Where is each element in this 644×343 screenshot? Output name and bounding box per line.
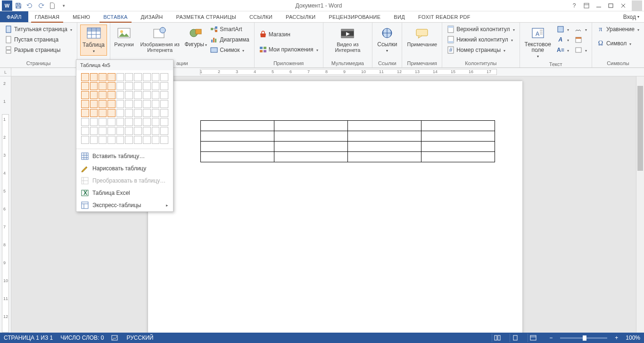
grid-cell[interactable] (90, 127, 98, 135)
insert-table-item[interactable]: Вставить таблицу… (76, 150, 173, 162)
grid-cell[interactable] (143, 100, 151, 108)
grid-cell[interactable] (81, 118, 89, 126)
signin-link[interactable]: Вход ▾ (619, 11, 644, 22)
page[interactable] (148, 81, 522, 333)
grid-cell[interactable] (152, 100, 160, 108)
help-icon[interactable]: ? (569, 0, 580, 11)
table-cell[interactable] (421, 152, 495, 162)
grid-cell[interactable] (160, 91, 168, 99)
table-cell[interactable] (421, 131, 495, 142)
grid-cell[interactable] (81, 73, 89, 81)
grid-cell[interactable] (107, 109, 116, 117)
grid-cell[interactable] (99, 118, 107, 126)
quick-parts-button[interactable] (555, 25, 571, 34)
grid-cell[interactable] (99, 91, 107, 99)
wordart-button[interactable]: A (555, 35, 571, 44)
grid-cell[interactable] (81, 127, 89, 135)
zoom-slider[interactable] (560, 337, 607, 339)
tab-рассылки[interactable]: РАССЫЛКИ (279, 11, 322, 22)
grid-cell[interactable] (125, 109, 133, 117)
tab-file[interactable]: ФАЙЛ (0, 11, 28, 22)
grid-cell[interactable] (152, 136, 160, 144)
table-cell[interactable] (274, 142, 348, 152)
grid-cell[interactable] (152, 109, 160, 117)
tab-вставка[interactable]: ВСТАВКА (97, 11, 134, 22)
table-cell[interactable] (201, 131, 274, 142)
status-words[interactable]: ЧИСЛО СЛОВ: 0 (60, 335, 104, 341)
tab-ссылки[interactable]: ССЫЛКИ (243, 11, 279, 22)
datetime-button[interactable] (573, 35, 589, 44)
grid-cell[interactable] (107, 100, 116, 108)
grid-cell[interactable] (134, 82, 142, 90)
grid-cell[interactable] (160, 118, 168, 126)
table-cell[interactable] (201, 121, 274, 131)
tab-дизайн[interactable]: ДИЗАЙН (134, 11, 170, 22)
grid-cell[interactable] (116, 73, 124, 81)
grid-cell[interactable] (107, 118, 116, 126)
footer-button[interactable]: Нижний колонтитул (445, 35, 516, 44)
vertical-scrollbar[interactable] (636, 76, 644, 333)
grid-cell[interactable] (116, 118, 124, 126)
pictures-button[interactable]: Рисунки (113, 25, 135, 48)
tab-главная[interactable]: ГЛАВНАЯ (28, 11, 66, 22)
excel-table-item[interactable]: XТаблица Excel (76, 187, 173, 199)
grid-cell[interactable] (134, 127, 142, 135)
grid-cell[interactable] (99, 73, 107, 81)
page-break-button[interactable]: Разрыв страницы (3, 45, 74, 55)
table-cell[interactable] (348, 142, 421, 152)
grid-cell[interactable] (116, 82, 124, 90)
grid-cell[interactable] (99, 127, 107, 135)
grid-cell[interactable] (90, 100, 98, 108)
table-cell[interactable] (274, 131, 348, 142)
table-cell[interactable] (274, 152, 348, 162)
tab-разметка-страницы[interactable]: РАЗМЕТКА СТРАНИЦЫ (170, 11, 243, 22)
signature-button[interactable] (573, 25, 589, 34)
table-cell[interactable] (201, 142, 274, 152)
table-cell[interactable] (421, 121, 495, 131)
maximize-icon[interactable] (605, 0, 617, 11)
table-cell[interactable] (201, 152, 274, 162)
grid-cell[interactable] (134, 100, 142, 108)
grid-cell[interactable] (107, 136, 116, 144)
grid-cell[interactable] (90, 73, 98, 81)
grid-cell[interactable] (152, 91, 160, 99)
grid-cell[interactable] (143, 91, 151, 99)
chart-button[interactable]: Диаграмма (208, 35, 251, 44)
grid-cell[interactable] (143, 82, 151, 90)
grid-cell[interactable] (81, 91, 89, 99)
minimize-icon[interactable] (593, 0, 604, 11)
grid-cell[interactable] (116, 109, 124, 117)
grid-cell[interactable] (107, 127, 116, 135)
grid-cell[interactable] (143, 127, 151, 135)
table-cell[interactable] (348, 152, 421, 162)
grid-cell[interactable] (99, 100, 107, 108)
cover-page-button[interactable]: Титульная страница (3, 25, 74, 34)
view-web-icon[interactable] (528, 334, 538, 342)
table-grid-picker[interactable] (76, 70, 173, 148)
grid-cell[interactable] (107, 91, 116, 99)
grid-cell[interactable] (116, 91, 124, 99)
object-button[interactable] (573, 45, 589, 55)
grid-cell[interactable] (81, 136, 89, 144)
table-button[interactable]: Таблица▾ (80, 25, 107, 56)
online-pictures-button[interactable]: Изображения из Интернета (137, 25, 183, 54)
grid-cell[interactable] (81, 100, 89, 108)
grid-cell[interactable] (116, 100, 124, 108)
grid-cell[interactable] (90, 109, 98, 117)
tab-foxit-reader-pdf[interactable]: Foxit Reader PDF (412, 11, 477, 22)
page-number-button[interactable]: #Номер страницы (445, 45, 516, 55)
my-apps-button[interactable]: Мои приложения (257, 45, 320, 54)
grid-cell[interactable] (116, 127, 124, 135)
undo-icon[interactable] (25, 0, 35, 11)
status-language[interactable]: РУССКИЙ (126, 335, 153, 341)
new-doc-icon[interactable] (47, 0, 58, 11)
grid-cell[interactable] (160, 100, 168, 108)
grid-cell[interactable] (99, 109, 107, 117)
save-icon[interactable] (13, 0, 24, 11)
table-cell[interactable] (421, 142, 495, 152)
grid-cell[interactable] (152, 127, 160, 135)
tab-меню[interactable]: Меню (66, 11, 97, 22)
grid-cell[interactable] (116, 136, 124, 144)
comment-button[interactable]: Примечание (405, 25, 439, 48)
grid-cell[interactable] (125, 91, 133, 99)
